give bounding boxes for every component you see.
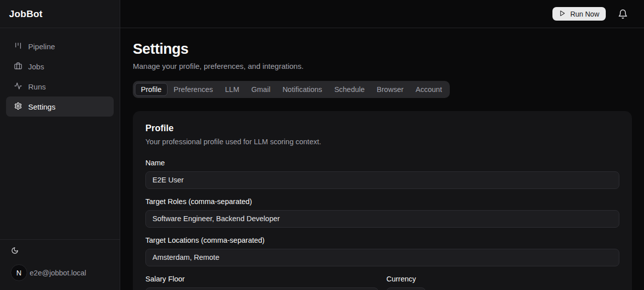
- moon-icon: [11, 247, 19, 254]
- sidebar-item-label: Jobs: [28, 62, 44, 71]
- user-email: e2e@jobbot.local: [30, 269, 86, 277]
- currency-label: Currency: [386, 275, 426, 283]
- salary-floor-field-group: Salary Floor: [145, 275, 378, 290]
- currency-select[interactable]: EUR: [386, 287, 426, 290]
- top-bar: Run Now: [120, 0, 644, 28]
- page-title: Settings: [133, 41, 632, 57]
- main-area: Run Now Settings Manage your profile, pr…: [120, 0, 644, 290]
- currency-field-group: Currency EUR: [386, 275, 426, 290]
- briefcase-icon: [14, 62, 22, 71]
- salary-floor-label: Salary Floor: [145, 275, 378, 283]
- tab-gmail[interactable]: Gmail: [246, 83, 277, 96]
- name-label: Name: [145, 159, 619, 167]
- tab-account[interactable]: Account: [410, 83, 448, 96]
- target-locations-input[interactable]: [145, 249, 619, 266]
- run-now-label: Run Now: [570, 10, 599, 18]
- sidebar-item-label: Runs: [28, 82, 46, 91]
- sidebar-nav: Pipeline Jobs Runs Settings: [0, 28, 120, 239]
- page-subtitle: Manage your profile, preferences, and in…: [133, 62, 632, 70]
- settings-page: Settings Manage your profile, preference…: [120, 28, 644, 290]
- tab-browser[interactable]: Browser: [371, 83, 410, 96]
- app-logo: JobBot: [9, 9, 43, 20]
- target-locations-label: Target Locations (comma-separated): [145, 236, 619, 244]
- card-description: Your professional profile used for LLM s…: [145, 138, 619, 146]
- sidebar-item-label: Settings: [28, 103, 55, 111]
- play-icon: [559, 10, 566, 18]
- activity-icon: [14, 82, 22, 91]
- sidebar-item-settings[interactable]: Settings: [6, 96, 114, 117]
- app-window: JobBot Pipeline Jobs Runs: [0, 0, 644, 290]
- name-input[interactable]: [145, 171, 619, 189]
- tab-profile[interactable]: Profile: [135, 83, 168, 96]
- sidebar-item-pipeline[interactable]: Pipeline: [6, 36, 114, 56]
- run-now-button[interactable]: Run Now: [552, 7, 606, 21]
- sidebar-footer: N e2e@jobbot.local: [0, 239, 120, 290]
- tab-notifications[interactable]: Notifications: [276, 83, 328, 96]
- target-locations-field-group: Target Locations (comma-separated): [145, 236, 619, 266]
- sidebar-item-label: Pipeline: [28, 42, 55, 51]
- card-title: Profile: [145, 123, 619, 134]
- sidebar: JobBot Pipeline Jobs Runs: [0, 0, 120, 290]
- tab-llm[interactable]: LLM: [219, 83, 245, 96]
- name-field-group: Name: [145, 159, 619, 189]
- settings-tabs: Profile Preferences LLM Gmail Notificati…: [133, 81, 450, 98]
- sidebar-item-runs[interactable]: Runs: [6, 76, 114, 96]
- target-roles-field-group: Target Roles (comma-separated): [145, 198, 619, 228]
- avatar-initial: N: [16, 269, 21, 277]
- notifications-button[interactable]: [618, 9, 628, 19]
- profile-card: Profile Your professional profile used f…: [133, 111, 632, 290]
- tab-schedule[interactable]: Schedule: [328, 83, 370, 96]
- avatar: N: [11, 264, 27, 281]
- sidebar-header: JobBot: [0, 0, 120, 28]
- gear-icon: [14, 102, 22, 112]
- target-roles-label: Target Roles (comma-separated): [145, 198, 619, 206]
- kanban-icon: [14, 42, 22, 51]
- sidebar-item-jobs[interactable]: Jobs: [6, 56, 114, 76]
- salary-currency-row: Salary Floor Currency EUR: [145, 275, 619, 290]
- user-row[interactable]: N e2e@jobbot.local: [11, 264, 113, 281]
- salary-floor-input[interactable]: [145, 287, 378, 290]
- target-roles-input[interactable]: [145, 210, 619, 228]
- bell-icon: [618, 9, 628, 19]
- theme-toggle-button[interactable]: [11, 247, 19, 254]
- tab-preferences[interactable]: Preferences: [168, 83, 219, 96]
